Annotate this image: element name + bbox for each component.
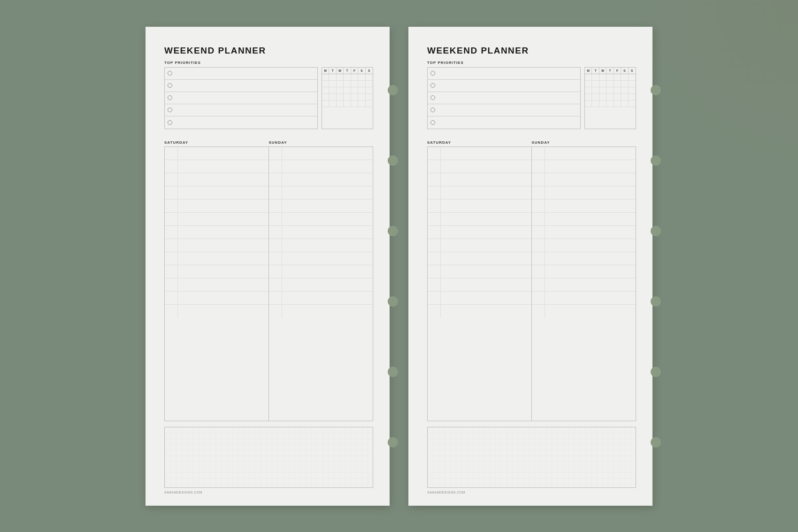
checkbox-5[interactable] [430, 120, 435, 125]
priority-item-2[interactable] [165, 80, 317, 92]
event-cell[interactable] [441, 160, 531, 173]
time-cell [269, 265, 282, 278]
event-cell[interactable] [282, 200, 373, 212]
cal-m: M [585, 68, 592, 74]
priority-item-5[interactable] [428, 116, 580, 129]
cal-cell [351, 94, 358, 100]
cal-cell [358, 100, 365, 107]
priority-item-3[interactable] [428, 92, 580, 104]
cal-cell [322, 87, 329, 94]
event-cell[interactable] [178, 200, 269, 212]
notes-section-2[interactable] [427, 427, 636, 488]
event-cell[interactable] [545, 173, 636, 186]
event-cell[interactable] [441, 239, 531, 252]
event-cell[interactable] [441, 200, 531, 212]
cal-s1: S [358, 68, 365, 74]
checkbox-1[interactable] [430, 71, 435, 76]
day-labels-1: SATURDAY SUNDAY [164, 140, 373, 145]
event-cell[interactable] [545, 292, 636, 304]
event-cell[interactable] [441, 173, 531, 186]
event-cell[interactable] [441, 305, 531, 318]
event-cell[interactable] [178, 252, 269, 265]
event-cell[interactable] [441, 292, 531, 304]
cal-cell [351, 87, 358, 94]
priority-item-5[interactable] [165, 116, 317, 129]
svg-rect-1 [428, 427, 636, 487]
event-cell[interactable] [441, 278, 531, 291]
event-cell[interactable] [178, 278, 269, 291]
event-cell[interactable] [441, 186, 531, 199]
binding-holes-2 [651, 27, 661, 506]
event-cell[interactable] [545, 226, 636, 239]
event-cell[interactable] [282, 239, 373, 252]
event-cell[interactable] [545, 200, 636, 212]
event-cell[interactable] [178, 265, 269, 278]
cal-cell [614, 74, 621, 81]
priority-item-4[interactable] [165, 104, 317, 116]
event-cell[interactable] [282, 186, 373, 199]
cal-cell [599, 94, 606, 100]
checkbox-1[interactable] [168, 71, 172, 76]
checkbox-4[interactable] [168, 108, 172, 112]
event-cell[interactable] [545, 239, 636, 252]
event-cell[interactable] [441, 213, 531, 225]
cal-cell [599, 100, 606, 107]
event-cell[interactable] [545, 147, 636, 160]
time-row [269, 305, 373, 318]
cal-cell [329, 94, 336, 100]
priority-item-1[interactable] [428, 68, 580, 80]
event-cell[interactable] [282, 278, 373, 291]
cal-cell [358, 94, 365, 100]
event-cell[interactable] [441, 265, 531, 278]
event-cell[interactable] [545, 160, 636, 173]
checkbox-2[interactable] [168, 83, 172, 88]
event-cell[interactable] [178, 147, 269, 160]
time-cell [165, 278, 178, 291]
event-cell[interactable] [178, 305, 269, 318]
time-cell [532, 226, 545, 239]
event-cell[interactable] [441, 147, 531, 160]
event-cell[interactable] [178, 173, 269, 186]
event-cell[interactable] [441, 252, 531, 265]
event-cell[interactable] [282, 226, 373, 239]
time-row [269, 292, 373, 305]
priority-item-1[interactable] [165, 68, 317, 80]
time-cell [532, 265, 545, 278]
event-cell[interactable] [282, 305, 373, 318]
event-cell[interactable] [441, 226, 531, 239]
event-cell[interactable] [545, 265, 636, 278]
time-cell [428, 292, 441, 304]
event-cell[interactable] [282, 173, 373, 186]
priority-item-3[interactable] [165, 92, 317, 104]
time-cell [428, 226, 441, 239]
checkbox-4[interactable] [430, 108, 435, 112]
hole-6 [651, 437, 661, 447]
checkbox-3[interactable] [168, 95, 172, 100]
priority-item-2[interactable] [428, 80, 580, 92]
event-cell[interactable] [545, 305, 636, 318]
checkbox-3[interactable] [430, 95, 435, 100]
event-cell[interactable] [282, 265, 373, 278]
time-row [269, 147, 373, 160]
event-cell[interactable] [282, 292, 373, 304]
event-cell[interactable] [178, 239, 269, 252]
checkbox-5[interactable] [168, 120, 172, 125]
time-row [269, 186, 373, 200]
checkbox-2[interactable] [430, 83, 435, 88]
event-cell[interactable] [178, 160, 269, 173]
event-cell[interactable] [178, 292, 269, 304]
event-cell[interactable] [282, 252, 373, 265]
event-cell[interactable] [545, 213, 636, 225]
event-cell[interactable] [178, 213, 269, 225]
notes-section-1[interactable] [164, 427, 373, 488]
event-cell[interactable] [545, 252, 636, 265]
event-cell[interactable] [545, 278, 636, 291]
event-cell[interactable] [282, 213, 373, 225]
event-cell[interactable] [545, 186, 636, 199]
priority-item-4[interactable] [428, 104, 580, 116]
time-row [532, 292, 636, 305]
event-cell[interactable] [178, 186, 269, 199]
event-cell[interactable] [178, 226, 269, 239]
event-cell[interactable] [282, 147, 373, 160]
event-cell[interactable] [282, 160, 373, 173]
